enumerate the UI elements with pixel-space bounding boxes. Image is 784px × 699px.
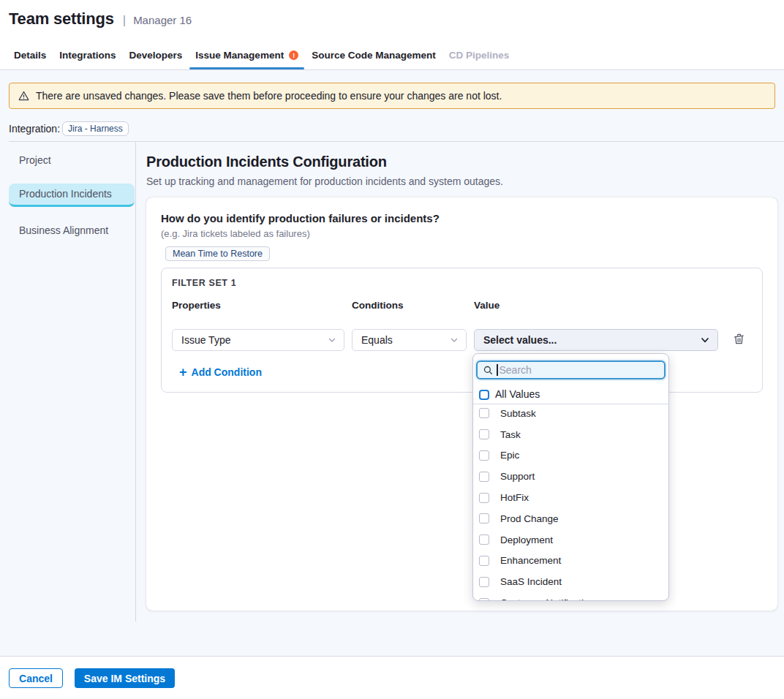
add-condition-button[interactable]: + Add Condition xyxy=(179,366,262,378)
search-icon xyxy=(483,366,493,375)
card-question: How do you identify production failures … xyxy=(161,212,763,224)
tab-label: Details xyxy=(14,50,46,61)
option-checkbox[interactable] xyxy=(479,429,489,439)
add-condition-label: Add Condition xyxy=(192,366,262,378)
warning-triangle-icon xyxy=(18,91,29,101)
filter-grid: Properties Conditions Value Issue Type E… xyxy=(172,300,752,351)
integration-chip[interactable]: Jira - Harness xyxy=(62,121,129,136)
tab-developers[interactable]: Developers xyxy=(124,41,189,69)
all-values-label: All Values xyxy=(495,388,540,400)
column-label-properties: Properties xyxy=(172,300,344,311)
metric-chip[interactable]: Mean Time to Restore xyxy=(165,246,270,261)
option-deployment[interactable]: Deployment xyxy=(473,529,668,551)
tab-label: CD Pipelines xyxy=(449,50,510,61)
tab-bar: DetailsIntegrationsDevelopersIssue Manag… xyxy=(0,41,784,70)
option-label: Support xyxy=(500,471,535,482)
option-task[interactable]: Task xyxy=(473,424,668,445)
section-heading: Production Incidents Configuration xyxy=(146,154,777,170)
option-enhancement[interactable]: Enhancement xyxy=(473,551,668,572)
tab-source-code-management[interactable]: Source Code Management xyxy=(306,41,442,69)
option-label: Epic xyxy=(500,450,519,461)
chevron-down-icon xyxy=(450,336,459,344)
tab-issue-management[interactable]: Issue Management! xyxy=(189,41,304,69)
option-hotfix[interactable]: HotFix xyxy=(473,487,668,508)
side-nav: ProjectProduction IncidentsBusiness Alig… xyxy=(9,142,136,621)
plus-icon: + xyxy=(179,367,187,377)
option-prod-change[interactable]: Prod Change xyxy=(473,508,668,529)
cancel-button[interactable]: Cancel xyxy=(9,668,63,688)
value-select-placeholder: Select values... xyxy=(483,334,557,346)
value-select[interactable]: Select values... xyxy=(474,329,718,351)
tab-label: Source Code Management xyxy=(312,50,436,61)
value-dropdown: Search All Values SubtaskTaskEpicSupport… xyxy=(472,353,669,601)
search-placeholder: Search xyxy=(500,364,532,376)
tab-cd-pipelines[interactable]: CD Pipelines xyxy=(443,41,516,69)
integration-row: Integration: Jira - Harness xyxy=(9,121,775,136)
option-checkbox[interactable] xyxy=(479,493,489,503)
main-panel: Production Incidents Configuration Set u… xyxy=(136,142,784,621)
option-checkbox[interactable] xyxy=(479,513,489,524)
chevron-down-icon xyxy=(328,336,336,344)
dropdown-search[interactable]: Search xyxy=(476,360,666,379)
all-values-checkbox[interactable] xyxy=(479,390,489,400)
title-row: Team settings | Manager 16 xyxy=(0,0,784,41)
banner-text: There are unsaved changes. Please save t… xyxy=(36,90,502,102)
content-area: There are unsaved changes. Please save t… xyxy=(0,70,784,656)
option-checkbox[interactable] xyxy=(479,450,489,461)
option-subtask[interactable]: Subtask xyxy=(473,403,668,424)
tab-label: Issue Management xyxy=(195,50,284,61)
option-checkbox[interactable] xyxy=(479,556,489,566)
option-label: Task xyxy=(500,429,521,440)
unsaved-badge-icon: ! xyxy=(289,50,298,60)
option-epic[interactable]: Epic xyxy=(473,445,668,466)
properties-select-value: Issue Type xyxy=(181,334,230,346)
page-subtitle: Manager 16 xyxy=(133,14,192,26)
trash-icon xyxy=(733,333,745,345)
filter-set-title: FILTER SET 1 xyxy=(172,278,752,288)
option-label: Deployment xyxy=(500,534,553,545)
conditions-select-value: Equals xyxy=(361,334,393,346)
tab-label: Integrations xyxy=(59,50,116,61)
card-hint: (e.g. Jira tickets labeled as failures) xyxy=(161,228,763,239)
option-label: HotFix xyxy=(500,492,529,503)
unsaved-changes-banner: There are unsaved changes. Please save t… xyxy=(9,83,775,109)
option-checkbox[interactable] xyxy=(479,408,489,418)
title-separator: | xyxy=(123,13,126,28)
page-header: Team settings | Manager 16 DetailsIntegr… xyxy=(0,0,784,70)
option-customer-notification[interactable]: Customer Notification xyxy=(473,592,668,601)
footer-bar: Cancel Save IM Settings xyxy=(0,656,784,699)
page-title: Team settings xyxy=(9,10,114,29)
option-label: Subtask xyxy=(500,408,536,419)
option-checkbox[interactable] xyxy=(479,472,489,482)
option-label: Enhancement xyxy=(500,555,561,566)
sidebar-item-production-incidents[interactable]: Production Incidents xyxy=(9,184,135,207)
integration-label: Integration: xyxy=(9,123,60,135)
tab-integrations[interactable]: Integrations xyxy=(53,41,121,69)
sidebar-item-project[interactable]: Project xyxy=(9,148,135,172)
option-saas-incident[interactable]: SaaS Incident xyxy=(473,571,668,592)
options-list: SubtaskTaskEpicSupportHotFixProd ChangeD… xyxy=(473,403,668,601)
option-label: Customer Notification xyxy=(500,597,595,601)
filter-set-panel: FILTER SET 1 Properties Conditions Value… xyxy=(161,268,763,393)
section-description: Set up tracking and management for produ… xyxy=(146,175,777,187)
option-label: Prod Change xyxy=(500,513,559,524)
option-support[interactable]: Support xyxy=(473,466,668,487)
option-all-values[interactable]: All Values xyxy=(473,379,668,404)
text-caret xyxy=(497,364,498,376)
configuration-card: How do you identify production failures … xyxy=(146,197,777,611)
option-checkbox[interactable] xyxy=(479,534,489,545)
delete-filter-button[interactable] xyxy=(725,329,750,351)
tab-details[interactable]: Details xyxy=(8,41,52,69)
conditions-select[interactable]: Equals xyxy=(352,329,467,351)
column-label-value: Value xyxy=(474,300,718,311)
tab-label: Developers xyxy=(129,50,183,61)
chevron-down-icon xyxy=(700,335,710,345)
save-im-settings-button[interactable]: Save IM Settings xyxy=(75,668,175,688)
option-checkbox[interactable] xyxy=(479,577,489,587)
properties-select[interactable]: Issue Type xyxy=(172,329,344,351)
option-label: SaaS Incident xyxy=(500,576,562,587)
sidebar-item-business-alignment[interactable]: Business Alignment xyxy=(9,219,135,242)
column-label-conditions: Conditions xyxy=(352,300,467,311)
option-checkbox[interactable] xyxy=(479,598,489,601)
